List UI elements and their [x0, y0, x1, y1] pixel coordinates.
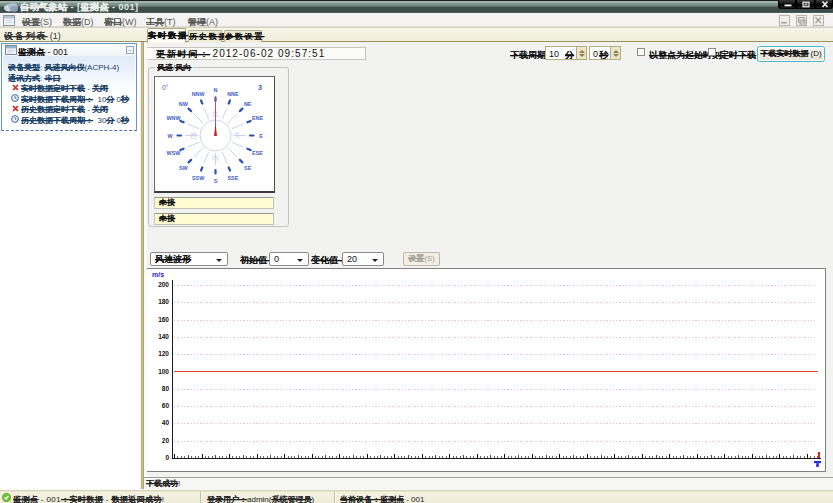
svg-text:NNW: NNW [192, 90, 206, 96]
svg-text:ENE: ENE [252, 115, 263, 121]
svg-text:3: 3 [258, 84, 262, 91]
svg-text:0°: 0° [162, 84, 169, 91]
svg-text:WNW: WNW [166, 115, 181, 121]
svg-text:NE: NE [244, 100, 252, 106]
svg-text:西: 西 [190, 132, 197, 140]
svg-text:E: E [259, 132, 263, 138]
svg-text:W: W [167, 132, 173, 138]
svg-text:东: 东 [234, 132, 241, 139]
svg-text:SW: SW [179, 164, 189, 170]
svg-text:SSW: SSW [192, 174, 205, 180]
svg-text:WSW: WSW [167, 150, 182, 156]
svg-text:N: N [214, 87, 218, 93]
svg-text:NW: NW [179, 100, 189, 106]
svg-text:SE: SE [244, 164, 252, 170]
svg-text:ESE: ESE [252, 150, 263, 156]
svg-text:SSE: SSE [228, 174, 239, 180]
svg-text:S: S [214, 178, 218, 184]
svg-text:NNE: NNE [227, 90, 239, 96]
svg-text:南: 南 [212, 154, 219, 161]
